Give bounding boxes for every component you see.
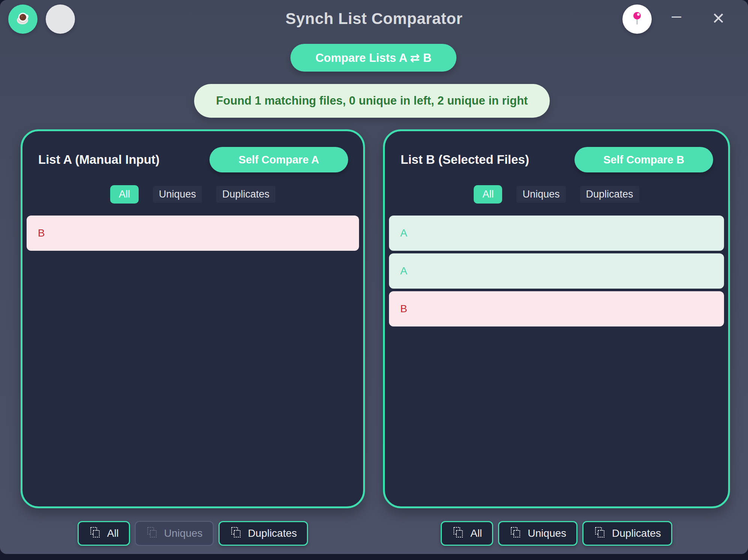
tab-a-duplicates[interactable]: Duplicates (216, 186, 275, 203)
action-label: Uniques (164, 527, 203, 539)
copy-icon (230, 526, 242, 541)
self-compare-b-button[interactable]: Self Compare B (574, 147, 713, 172)
copy-uniques-a-button[interactable]: Uniques (135, 521, 214, 546)
panel-a-item-list: B (22, 216, 363, 251)
copy-duplicates-b-button[interactable]: Duplicates (582, 521, 672, 546)
tab-b-uniques[interactable]: Uniques (516, 186, 565, 203)
panel-b-actions: All Uniques Duplicates (383, 521, 730, 546)
tab-b-all[interactable]: All (474, 185, 502, 204)
copy-icon (146, 526, 159, 541)
tab-a-uniques[interactable]: Uniques (153, 186, 202, 203)
action-label: All (107, 527, 119, 539)
compare-lists-button[interactable]: Compare Lists A ⇄ B (290, 44, 456, 72)
copy-all-a-button[interactable]: All (78, 521, 130, 546)
panel-list-a: List A (Manual Input) Self Compare A All… (21, 129, 365, 508)
copy-icon (509, 526, 522, 541)
panel-b-tabs: All Uniques Duplicates (385, 185, 728, 204)
pushpin-icon (629, 10, 645, 28)
self-compare-a-button[interactable]: Self Compare A (209, 147, 348, 172)
panel-a-title: List A (Manual Input) (38, 153, 160, 167)
action-label: Duplicates (248, 527, 297, 539)
list-item[interactable]: A (389, 216, 724, 251)
tab-b-duplicates[interactable]: Duplicates (580, 186, 639, 203)
minimize-button[interactable]: – (664, 5, 689, 30)
list-item[interactable]: B (27, 216, 359, 251)
list-item[interactable]: B (389, 291, 724, 326)
panel-list-b: List B (Selected Files) Self Compare B A… (383, 129, 730, 508)
copy-icon (594, 526, 606, 541)
action-label: All (470, 527, 482, 539)
panel-a-tabs: All Uniques Duplicates (22, 185, 363, 204)
copy-icon (89, 526, 102, 541)
status-message: Found 1 matching files, 0 unique in left… (194, 84, 550, 118)
panel-b-item-list: A A B (385, 216, 728, 326)
close-button[interactable]: × (706, 5, 731, 30)
copy-all-b-button[interactable]: All (441, 521, 493, 546)
panel-b-title: List B (Selected Files) (401, 153, 529, 167)
tab-a-all[interactable]: All (110, 185, 139, 204)
copy-icon (452, 526, 465, 541)
copy-duplicates-a-button[interactable]: Duplicates (218, 521, 308, 546)
app-window: Synch List Comparator – × Compare Lists … (0, 0, 748, 554)
list-item[interactable]: A (389, 253, 724, 289)
action-label: Duplicates (612, 527, 661, 539)
panel-a-actions: All Uniques Duplicates (21, 521, 365, 546)
action-label: Uniques (528, 527, 566, 539)
pin-button[interactable] (622, 4, 652, 34)
copy-uniques-b-button[interactable]: Uniques (498, 521, 577, 546)
